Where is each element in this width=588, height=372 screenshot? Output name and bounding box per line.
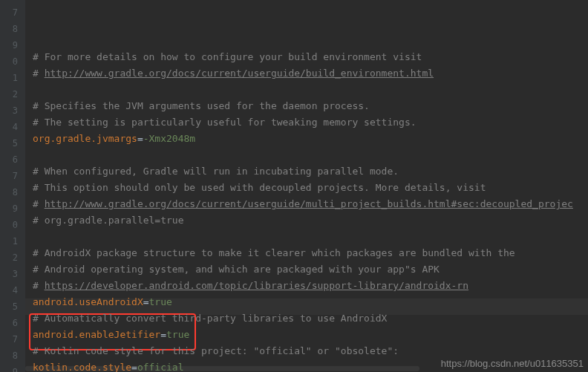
link-token: http://www.gradle.org/docs/current/userg… bbox=[45, 68, 434, 79]
line-number: 5 bbox=[0, 135, 25, 151]
line-number: 0 bbox=[0, 53, 25, 70]
code-line[interactable]: org.gradle.jvmargs=-Xmx2048m bbox=[25, 131, 588, 147]
comment-token: # bbox=[33, 68, 45, 79]
line-number: 8 bbox=[0, 347, 25, 364]
code-line[interactable]: # http://www.gradle.org/docs/current/use… bbox=[25, 65, 588, 82]
line-number: 7 bbox=[0, 4, 25, 21]
code-editor[interactable]: 78901234567890123456789 # For more detai… bbox=[0, 0, 588, 372]
comment-token: # Specifies the JVM arguments used for t… bbox=[33, 100, 370, 111]
line-number-gutter: 78901234567890123456789 bbox=[0, 0, 25, 372]
line-number: 9 bbox=[0, 37, 25, 53]
val-token: official bbox=[137, 362, 184, 372]
code-line[interactable]: android.enableJetifier=true bbox=[25, 327, 588, 343]
key-token: kotlin.code.style bbox=[33, 362, 131, 372]
val-token: -Xmx2048m bbox=[143, 133, 195, 144]
val-token: true bbox=[149, 296, 172, 307]
line-number: 8 bbox=[0, 21, 25, 37]
comment-token: # The setting is particularly useful for… bbox=[33, 117, 416, 128]
line-number: 2 bbox=[0, 249, 25, 266]
comment-token: # org.gradle.parallel=true bbox=[33, 215, 184, 226]
code-line[interactable]: # Kotlin code style for this project: "o… bbox=[25, 343, 588, 359]
line-number: 0 bbox=[0, 217, 25, 233]
code-line[interactable]: kotlin.code.style=official bbox=[25, 359, 588, 372]
comment-token: # AndroidX package structure to make it … bbox=[33, 247, 515, 258]
val-token: true bbox=[166, 329, 189, 340]
code-line[interactable]: # Specifies the JVM arguments used for t… bbox=[25, 98, 588, 114]
line-number: 1 bbox=[0, 70, 25, 86]
line-number: 5 bbox=[0, 298, 25, 315]
code-line[interactable] bbox=[25, 147, 588, 163]
code-area[interactable]: # For more details on how to configure y… bbox=[25, 0, 588, 372]
link-token: https://developer.android.com/topic/libr… bbox=[45, 280, 468, 291]
comment-token: # Kotlin code style for this project: "o… bbox=[33, 345, 399, 356]
line-number: 7 bbox=[0, 168, 25, 184]
eq-token: = bbox=[160, 329, 166, 340]
comment-token: # Automatically convert third-party libr… bbox=[33, 313, 387, 324]
comment-token: # Android operating system, and which ar… bbox=[33, 264, 440, 275]
key-token: android.useAndroidX bbox=[33, 296, 143, 307]
key-token: org.gradle.jvmargs bbox=[33, 133, 137, 144]
link-token: http://www.gradle.org/docs/current/userg… bbox=[45, 198, 573, 209]
line-number: 2 bbox=[0, 86, 25, 102]
line-number: 3 bbox=[0, 266, 25, 282]
comment-token: # This option should only be used with d… bbox=[33, 182, 486, 193]
line-number: 7 bbox=[0, 331, 25, 347]
comment-token: # bbox=[33, 280, 45, 291]
code-line[interactable]: # https://developer.android.com/topic/li… bbox=[25, 278, 588, 294]
code-line[interactable]: # This option should only be used with d… bbox=[25, 180, 588, 196]
line-number: 9 bbox=[0, 364, 25, 372]
comment-token: # bbox=[33, 198, 45, 209]
code-line[interactable]: # Android operating system, and which ar… bbox=[25, 261, 588, 278]
line-number: 1 bbox=[0, 233, 25, 249]
comment-token: # For more details on how to configure y… bbox=[33, 51, 422, 62]
code-line[interactable]: # For more details on how to configure y… bbox=[25, 49, 588, 65]
code-line[interactable]: # The setting is particularly useful for… bbox=[25, 114, 588, 131]
line-number: 6 bbox=[0, 151, 25, 168]
code-line[interactable]: # org.gradle.parallel=true bbox=[25, 212, 588, 229]
inspection-ok-icon bbox=[570, 4, 581, 15]
code-line[interactable]: # When configured, Gradle will run in in… bbox=[25, 163, 588, 180]
line-number: 9 bbox=[0, 200, 25, 217]
line-number: 4 bbox=[0, 282, 25, 298]
code-line[interactable]: # Automatically convert third-party libr… bbox=[25, 310, 588, 327]
line-number: 6 bbox=[0, 315, 25, 331]
line-number: 3 bbox=[0, 102, 25, 119]
eq-token: = bbox=[143, 296, 149, 307]
code-line[interactable]: # AndroidX package structure to make it … bbox=[25, 245, 588, 261]
code-line[interactable] bbox=[25, 229, 588, 245]
comment-token: # When configured, Gradle will run in in… bbox=[33, 166, 399, 177]
eq-token: = bbox=[137, 133, 143, 144]
line-number: 8 bbox=[0, 184, 25, 200]
code-line[interactable]: # http://www.gradle.org/docs/current/use… bbox=[25, 196, 588, 212]
code-line[interactable] bbox=[25, 82, 588, 98]
code-line[interactable]: android.useAndroidX=true bbox=[25, 294, 588, 310]
eq-token: = bbox=[131, 362, 137, 372]
line-number: 4 bbox=[0, 119, 25, 135]
key-token: android.enableJetifier bbox=[33, 329, 160, 340]
